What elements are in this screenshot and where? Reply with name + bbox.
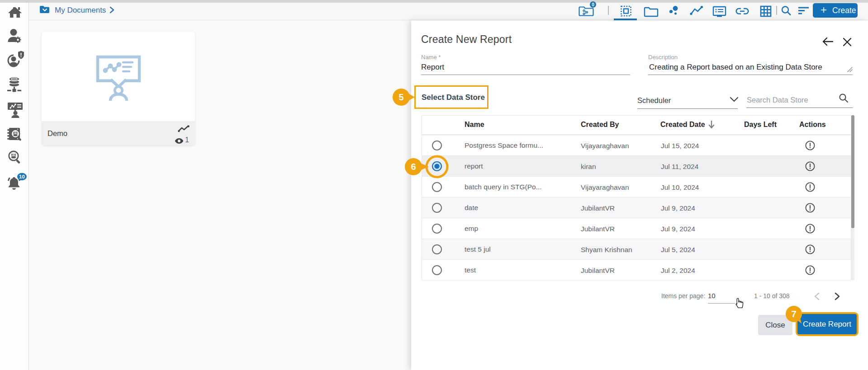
svg-text:10: 10 bbox=[19, 174, 25, 179]
svg-text:5: 5 bbox=[398, 92, 403, 102]
svg-text:6: 6 bbox=[411, 162, 416, 172]
svg-text:7: 7 bbox=[791, 309, 796, 319]
svg-text:0: 0 bbox=[592, 2, 594, 7]
